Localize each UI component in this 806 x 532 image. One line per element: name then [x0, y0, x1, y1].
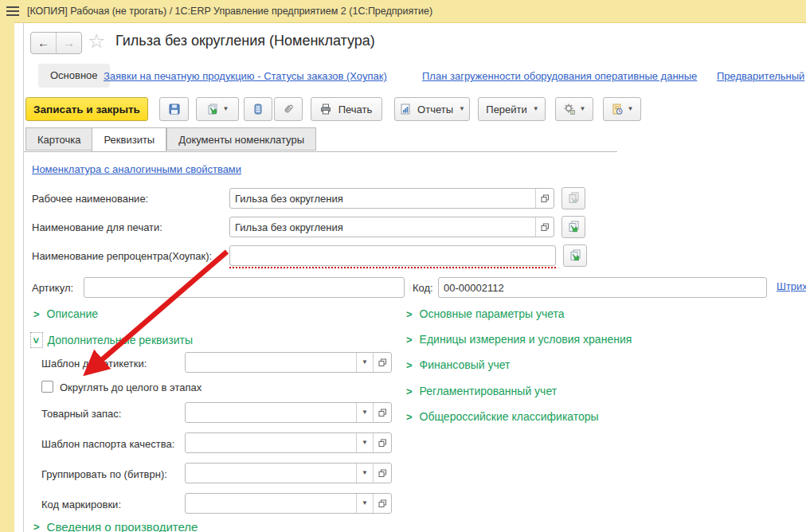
save-icon [168, 103, 181, 115]
dropdown-caret-icon: ▼ [362, 359, 368, 366]
page-title: Гильза без округления (Номенклатура) [115, 33, 375, 49]
section-svedeniya-o-proizvoditele[interactable]: > Сведения о производителе [33, 520, 198, 532]
section-label: Регламентированный учет [420, 385, 558, 397]
section-finansovy-uchet[interactable]: > Финансовый учет [406, 358, 511, 371]
section-chevron-down-icon: > [30, 338, 42, 344]
titlebar-title: [КОПИЯ] Рабочая (не трогать) / 1С:ERP Уп… [27, 6, 432, 17]
goto-button[interactable]: Перейти ▼ [478, 97, 546, 121]
dropdown-caret-icon: ▼ [459, 106, 465, 112]
tab-dokumenty-nomenklatury[interactable]: Документы номенклатуры [166, 127, 316, 151]
open-icon [378, 409, 387, 417]
create-based-on-button[interactable]: ▼ [196, 97, 239, 121]
save-and-close-label: Записать и закрыть [33, 104, 140, 115]
favorite-star-icon[interactable]: ☆ [88, 30, 105, 51]
section-osnovnye-parametry[interactable]: > Основные параметры учета [406, 307, 565, 320]
hamburger-menu-icon[interactable] [6, 6, 19, 16]
section-label: Дополнительные реквизиты [48, 334, 193, 346]
tovarny-zapas-combo: ▼ [185, 402, 392, 423]
reprocentre-name-input[interactable] [230, 246, 555, 265]
marking-code-combo: ▼ [185, 493, 392, 514]
save-button[interactable] [159, 97, 189, 121]
tovarny-zapas-input[interactable] [186, 403, 356, 422]
section-edinicy-izmereniya[interactable]: > Единицы измерения и условия хранения [406, 333, 632, 346]
print-button[interactable]: Печать [311, 97, 382, 121]
section-obscherossiyskie-klassifikatory[interactable]: > Общероссийские классификаторы [406, 410, 599, 423]
section-chevron-icon: > [406, 385, 413, 397]
combo-dropdown-button[interactable]: ▼ [356, 353, 373, 372]
round-to-whole-checkbox[interactable] [41, 381, 53, 393]
section-label: Описание [47, 307, 98, 320]
combo-dropdown-button[interactable]: ▼ [356, 433, 373, 452]
change-history-button[interactable]: ▼ [603, 97, 641, 121]
nav-item-main[interactable]: Основное [38, 64, 110, 88]
dropdown-caret-icon: ▼ [362, 409, 368, 416]
reports-button[interactable]: Отчеты ▼ [394, 97, 470, 121]
section-opisanie[interactable]: > Описание [33, 307, 98, 320]
back-button[interactable]: ← [31, 33, 56, 53]
open-button[interactable] [373, 464, 391, 483]
reprocentre-name-field [229, 245, 556, 266]
open-icon [378, 439, 387, 448]
save-and-close-button[interactable]: Записать и закрыть [25, 97, 148, 121]
settings-gear-button[interactable]: ▼ [555, 97, 593, 121]
group-by-combo: ▼ [185, 463, 392, 483]
combo-dropdown-button[interactable]: ▼ [356, 403, 373, 422]
similar-nomenclature-link[interactable]: Номенклатура с аналогичными свойствами [32, 163, 241, 175]
history-nav-group: ← → [30, 32, 82, 54]
dropdown-caret-icon: ▼ [223, 106, 229, 112]
titlebar: [КОПИЯ] Рабочая (не трогать) / 1С:ERP Уп… [0, 0, 806, 23]
section-label: Общероссийские классификаторы [420, 410, 599, 423]
quality-passport-combo: ▼ [185, 432, 392, 453]
section-chevron-icon: > [406, 308, 413, 320]
group-by-input[interactable] [186, 464, 356, 483]
dropdown-caret-icon: ▼ [628, 106, 634, 112]
page-copy-arrow-icon [566, 191, 581, 205]
settings-gear-icon [563, 103, 576, 115]
combo-dropdown-button[interactable]: ▼ [356, 494, 373, 513]
open-icon [541, 223, 550, 232]
attachments-button[interactable] [274, 97, 303, 121]
section-chevron-icon: > [406, 411, 413, 423]
dropdown-caret-icon: ▼ [580, 106, 586, 112]
forward-button[interactable]: → [56, 33, 81, 53]
marking-code-input[interactable] [186, 494, 356, 513]
tab-rekvizity[interactable]: Реквизиты [92, 127, 166, 152]
print-name-label: Наименование для печати: [32, 221, 162, 233]
page-copy-arrow-icon [568, 248, 582, 263]
kod-input[interactable] [438, 277, 767, 298]
nav-link-preliminary[interactable]: Предварительный [717, 70, 804, 82]
section-chevron-icon: > [406, 334, 413, 346]
open-button[interactable] [373, 494, 391, 513]
marking-code-label: Код маркировки: [41, 499, 121, 510]
print-name-input[interactable] [230, 217, 535, 237]
artikul-label: Артикул: [32, 282, 73, 294]
reports-icon [399, 103, 412, 115]
quality-passport-input[interactable] [186, 433, 356, 452]
copy-print-name-button[interactable] [561, 216, 585, 238]
working-name-input[interactable] [230, 189, 535, 208]
dropdown-caret-icon: ▼ [362, 470, 368, 476]
barcode-link[interactable]: Штрих [777, 280, 806, 292]
combo-dropdown-button[interactable]: ▼ [356, 464, 373, 483]
open-icon [378, 358, 387, 367]
open-button[interactable] [373, 353, 391, 372]
open-button[interactable] [373, 403, 391, 422]
open-icon [378, 469, 387, 478]
section-dopolnitelnye-rekvizity[interactable]: > Дополнительные реквизиты [30, 332, 193, 348]
open-button[interactable] [535, 189, 554, 208]
tab-kartochka[interactable]: Карточка [25, 127, 92, 151]
attachment-icon [282, 103, 295, 115]
label-template-combo: ▼ [185, 352, 392, 373]
open-button[interactable] [373, 433, 391, 452]
label-template-label: Шаблон для этикетки: [41, 358, 147, 370]
open-button[interactable] [535, 217, 554, 237]
copy-reprocentre-name-button[interactable] [563, 244, 587, 267]
artikul-input[interactable] [84, 277, 405, 298]
label-template-input[interactable] [186, 353, 356, 372]
structure-button[interactable] [244, 97, 272, 121]
quality-passport-label: Шаблон паспорта качества: [41, 438, 174, 450]
nav-link-print-orders[interactable]: Заявки на печатную продукцию - Статусы з… [104, 70, 387, 82]
nav-link-equipment-plan[interactable]: План загруженности оборудования оператив… [422, 70, 697, 82]
copy-name-button-disabled[interactable] [561, 187, 585, 209]
section-reglamentirovanny-uchet[interactable]: > Регламентированный учет [406, 385, 557, 397]
